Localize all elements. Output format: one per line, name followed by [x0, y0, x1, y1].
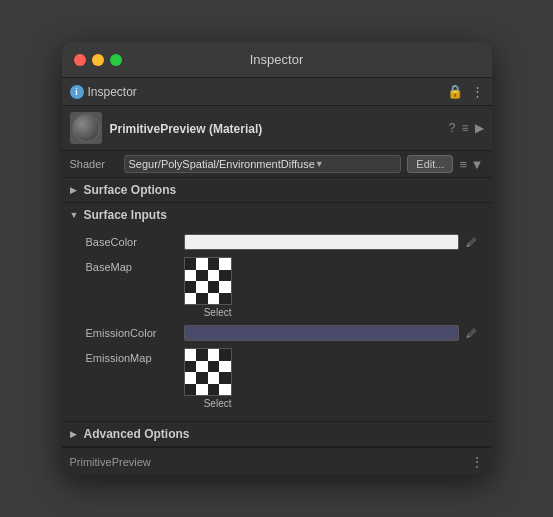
base-map-preview-wrap: Select	[184, 257, 232, 318]
section-advanced-options: ▶ Advanced Options	[62, 422, 492, 447]
emission-map-row: EmissionMap	[62, 344, 492, 413]
base-map-row: BaseMap	[62, 253, 492, 322]
emission-map-select-label[interactable]: Select	[204, 398, 232, 409]
emission-map-preview-wrap: Select	[184, 348, 232, 409]
asset-arrow-icon[interactable]: ▶	[475, 121, 484, 135]
tab-inspector[interactable]: i Inspector	[70, 85, 137, 99]
base-color-row: BaseColor 🖉	[62, 231, 492, 253]
inspector-content: ▶ Surface Options ▼ Surface Inputs BaseC…	[62, 178, 492, 447]
lock-icon[interactable]: 🔒	[447, 84, 463, 99]
asset-header: PrimitivePreview (Material) ? ≡ ▶	[62, 106, 492, 151]
traffic-lights	[74, 54, 122, 66]
bottom-bar: PrimitivePreview ⋮	[62, 447, 492, 475]
shader-dropdown-arrow: ▼	[315, 159, 397, 169]
tab-label: Inspector	[88, 85, 137, 99]
maximize-button[interactable]	[110, 54, 122, 66]
emission-map-preview[interactable]	[184, 348, 232, 396]
surface-options-title: Surface Options	[84, 183, 177, 197]
asset-info: PrimitivePreview (Material)	[110, 119, 441, 137]
asset-header-actions: ? ≡ ▶	[449, 121, 484, 135]
titlebar: Inspector	[62, 42, 492, 78]
emission-map-checker	[185, 349, 231, 395]
shader-edit-button[interactable]: Edit...	[407, 155, 453, 173]
tab-menu-icon[interactable]: ⋮	[471, 84, 484, 99]
base-map-select-label[interactable]: Select	[204, 307, 232, 318]
tab-actions: 🔒 ⋮	[447, 84, 484, 99]
base-color-label: BaseColor	[86, 236, 176, 248]
section-surface-options-header[interactable]: ▶ Surface Options	[62, 178, 492, 202]
shader-value: Segur/PolySpatial/EnvironmentDiffuse	[129, 158, 315, 170]
surface-inputs-title: Surface Inputs	[84, 208, 167, 222]
base-map-checker	[185, 258, 231, 304]
bottom-label: PrimitivePreview	[70, 456, 151, 468]
section-surface-options: ▶ Surface Options	[62, 178, 492, 203]
emission-color-label: EmissionColor	[86, 327, 176, 339]
section-surface-inputs: ▼ Surface Inputs BaseColor 🖉 BaseMap	[62, 203, 492, 422]
shader-dropdown[interactable]: Segur/PolySpatial/EnvironmentDiffuse ▼	[124, 155, 402, 173]
base-color-swatch[interactable]	[184, 234, 459, 250]
advanced-options-title: Advanced Options	[84, 427, 190, 441]
inspector-window: Inspector i Inspector 🔒 ⋮ PrimitivePrevi…	[62, 42, 492, 475]
asset-help-icon[interactable]: ?	[449, 121, 456, 135]
asset-thumbnail	[70, 112, 102, 144]
section-surface-inputs-header[interactable]: ▼ Surface Inputs	[62, 203, 492, 227]
window-title: Inspector	[250, 52, 303, 67]
surface-options-arrow: ▶	[70, 185, 80, 195]
asset-name: PrimitivePreview (Material)	[110, 122, 263, 136]
asset-settings-icon[interactable]: ≡	[461, 121, 468, 135]
sphere-preview	[72, 114, 100, 142]
base-map-preview[interactable]	[184, 257, 232, 305]
emission-color-swatch[interactable]	[184, 325, 459, 341]
tab-bar: i Inspector 🔒 ⋮	[62, 78, 492, 106]
minimize-button[interactable]	[92, 54, 104, 66]
shader-row: Shader Segur/PolySpatial/EnvironmentDiff…	[62, 151, 492, 178]
base-color-eyedropper[interactable]: 🖉	[463, 235, 480, 249]
surface-inputs-body: BaseColor 🖉 BaseMap	[62, 227, 492, 421]
emission-map-label: EmissionMap	[86, 348, 176, 364]
surface-inputs-arrow: ▼	[70, 210, 80, 220]
shader-label: Shader	[70, 158, 118, 170]
tab-info-icon: i	[70, 85, 84, 99]
advanced-options-arrow: ▶	[70, 429, 80, 439]
base-map-label: BaseMap	[86, 257, 176, 273]
bottom-menu-icon[interactable]: ⋮	[470, 454, 484, 470]
emission-color-value: 🖉	[184, 325, 480, 341]
close-button[interactable]	[74, 54, 86, 66]
shader-list-icon[interactable]: ≡ ▼	[459, 157, 483, 172]
base-color-value: 🖉	[184, 234, 480, 250]
section-advanced-options-header[interactable]: ▶ Advanced Options	[62, 422, 492, 446]
emission-color-eyedropper[interactable]: 🖉	[463, 326, 480, 340]
emission-color-row: EmissionColor 🖉	[62, 322, 492, 344]
